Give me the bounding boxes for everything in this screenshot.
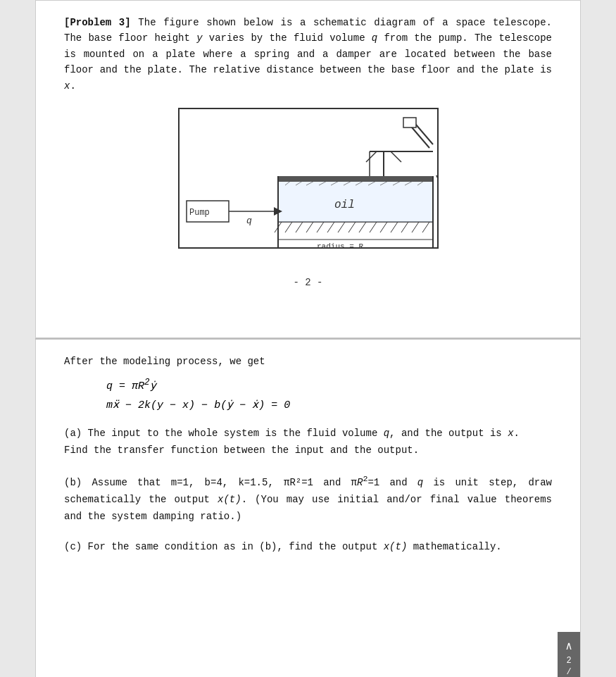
svg-rect-30 [278,176,433,182]
part-a-text: (a) The input to the whole system is the… [64,426,552,459]
sidebar-nav: ∧ 2 / 7 [558,632,580,677]
svg-text:radius = R: radius = R [317,242,363,249]
equation-1: q = πR2ẏ [106,378,552,392]
page-number: - 2 - [64,263,552,295]
nav-page-current: 2 [566,656,571,667]
part-a-text-3: . [514,428,520,439]
diagram-container: oil [64,108,552,249]
intro-text-2: varies by the fluid volume [203,32,372,44]
after-modeling-text: After the modeling process, we get [64,354,552,371]
part-c-label: (c) [64,541,82,552]
svg-text:q: q [246,216,252,226]
part-b-text-1: Assume that m=1, b=4, k=1.5, πR²=1 and [82,477,351,488]
top-page: [Problem 3] The figure shown below is a … [35,0,581,338]
problem-label: [Problem 3] [64,17,131,28]
diagram-box: oil [178,108,439,249]
part-b-var-xt: x(t) [218,494,241,505]
bottom-page: After the modeling process, we get q = π… [35,340,581,677]
part-c-text-1: For the same condition as in (b), find t… [82,541,383,552]
part-c: (c) For the same condition as in (b), fi… [64,539,552,556]
equation-2: mẍ − 2k(y − x) − b(ẏ − ẋ) = 0 [106,398,552,411]
equations: q = πR2ẏ mẍ − 2k(y − x) − b(ẏ − ẋ) = 0 [106,378,552,411]
intro-text-4: . [70,80,75,92]
part-c-text-2: mathematically. [407,541,501,552]
part-a-text-2: , and the output is [389,428,508,439]
part-a-label: (a) [64,428,82,439]
after-modeling-intro: After the modeling process, we get [64,354,552,371]
svg-rect-17 [278,180,433,222]
part-c-text: (c) For the same condition as in (b), fi… [64,539,552,556]
part-c-var-xt: x(t) [384,541,408,552]
var-q-1: q [372,32,377,44]
part-a-text-1: The input to the whole system is the flu… [82,428,383,439]
page-container: [Problem 3] The figure shown below is a … [0,0,616,677]
part-b-label: (b) [64,477,82,488]
part-b-var-q: q [417,477,423,488]
part-b-text-and: and [379,477,417,488]
part-a-var-x: x [508,428,513,439]
part-b-text: (b) Assume that m=1, b=4, k=1.5, πR²=1 a… [64,473,552,525]
var-y: y [196,32,202,44]
nav-up-button[interactable]: ∧ [562,636,575,656]
diagram-svg: oil [180,109,439,249]
part-b: (b) Assume that m=1, b=4, k=1.5, πR²=1 a… [64,473,552,525]
svg-text:Pump: Pump [189,208,210,218]
svg-rect-38 [403,118,416,128]
problem-intro: [Problem 3] The figure shown below is a … [64,15,552,94]
part-a: (a) The input to the whole system is the… [64,426,552,459]
svg-text:oil: oil [334,199,355,211]
part-a-text-4: Find the transfer function between the i… [64,445,419,456]
nav-separator: / [566,667,571,677]
part-a-var-q: q [384,428,389,439]
